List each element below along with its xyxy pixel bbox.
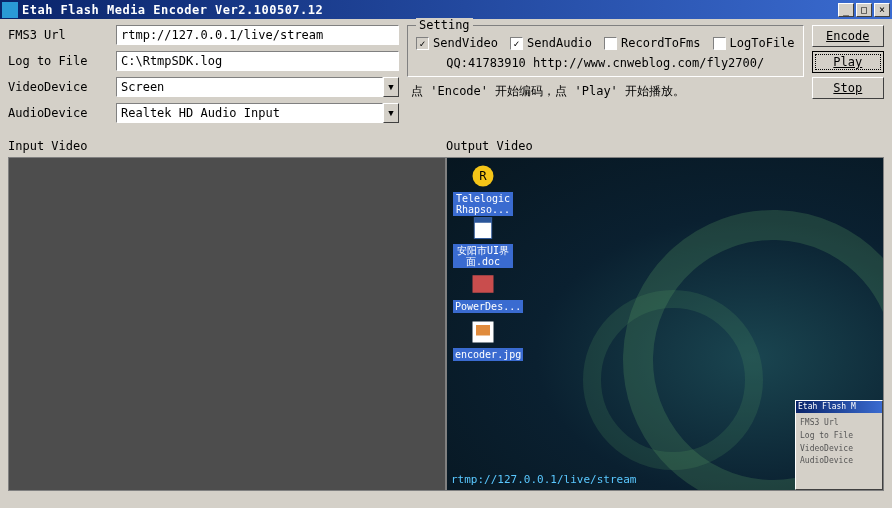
audio-device-select[interactable]	[116, 103, 383, 123]
audio-device-label: AudioDevice	[8, 106, 116, 120]
log-file-label: Log to File	[8, 54, 116, 68]
checkbox-icon	[713, 37, 726, 50]
video-device-select[interactable]	[116, 77, 383, 97]
output-video-panel: R Telelogic Rhapso... 安阳市UI界面.doc PowerD…	[446, 157, 884, 491]
chevron-down-icon[interactable]: ▼	[383, 103, 399, 123]
encode-button[interactable]: Encode	[812, 25, 884, 47]
checkbox-icon: ✓	[510, 37, 523, 50]
svg-rect-3	[474, 218, 492, 223]
log-to-file-label: LogToFile	[730, 36, 795, 50]
fms-url-input[interactable]	[116, 25, 399, 45]
desktop-icon: 安阳市UI界面.doc	[453, 214, 513, 268]
chevron-down-icon[interactable]: ▼	[383, 77, 399, 97]
maximize-button[interactable]: □	[856, 3, 872, 17]
nested-window-body: FMS3 Url Log to File VideoDevice AudioDe…	[796, 413, 882, 472]
wallpaper-graphic	[583, 290, 763, 470]
send-video-label: SendVideo	[433, 36, 498, 50]
app-icon	[469, 270, 497, 298]
svg-rect-6	[476, 325, 490, 336]
log-to-file-checkbox[interactable]: LogToFile	[713, 36, 795, 50]
send-video-checkbox[interactable]: ✓ SendVideo	[416, 36, 498, 50]
record-to-fms-label: RecordToFms	[621, 36, 700, 50]
input-video-label: Input Video	[8, 139, 446, 153]
svg-text:R: R	[479, 169, 487, 183]
checkbox-icon	[604, 37, 617, 50]
send-audio-checkbox[interactable]: ✓ SendAudio	[510, 36, 592, 50]
play-button[interactable]: Play	[812, 51, 884, 73]
contact-info: QQ:41783910 http://www.cnweblog.com/fly2…	[416, 56, 795, 70]
nested-line: FMS3 Url	[800, 417, 878, 430]
send-audio-label: SendAudio	[527, 36, 592, 50]
app-icon: R	[469, 162, 497, 190]
image-icon	[469, 318, 497, 346]
window-controls: _ □ ×	[838, 3, 890, 17]
nested-window-title: Etah Flash M	[796, 401, 882, 413]
fms-url-label: FMS3 Url	[8, 28, 116, 42]
desktop-icon-label: encoder.jpg	[453, 348, 523, 361]
setting-legend: Setting	[416, 18, 473, 32]
desktop-icon-label: Telelogic Rhapso...	[453, 192, 513, 216]
minimize-button[interactable]: _	[838, 3, 854, 17]
nested-line: Log to File	[800, 430, 878, 443]
svg-rect-4	[473, 275, 494, 293]
desktop-icon-label: 安阳市UI界面.doc	[453, 244, 513, 268]
close-button[interactable]: ×	[874, 3, 890, 17]
setting-group: Setting ✓ SendVideo ✓ SendAudio RecordTo…	[407, 25, 804, 77]
window-title: Etah Flash Media Encoder Ver2.100507.12	[22, 3, 838, 17]
input-video-panel	[8, 157, 446, 491]
desktop-icon: PowerDes...	[453, 270, 513, 313]
nested-window: Etah Flash M FMS3 Url Log to File VideoD…	[795, 400, 883, 490]
desktop-icon: encoder.jpg	[453, 318, 513, 361]
nested-line: VideoDevice	[800, 443, 878, 456]
video-device-label: VideoDevice	[8, 80, 116, 94]
nested-line: AudioDevice	[800, 455, 878, 468]
desktop-icon: R Telelogic Rhapso...	[453, 162, 513, 216]
document-icon	[469, 214, 497, 242]
stream-url-overlay: rtmp://127.0.0.1/live/stream	[451, 473, 636, 486]
record-to-fms-checkbox[interactable]: RecordToFms	[604, 36, 700, 50]
titlebar: Etah Flash Media Encoder Ver2.100507.12 …	[0, 0, 892, 19]
checkbox-icon: ✓	[416, 37, 429, 50]
output-video-label: Output Video	[446, 139, 884, 153]
stop-button[interactable]: Stop	[812, 77, 884, 99]
app-icon	[2, 2, 18, 18]
hint-text: 点 'Encode' 开始编码，点 'Play' 开始播放。	[411, 83, 804, 100]
desktop-icon-label: PowerDes...	[453, 300, 523, 313]
log-file-input[interactable]	[116, 51, 399, 71]
